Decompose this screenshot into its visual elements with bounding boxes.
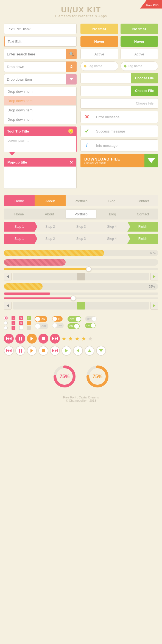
radio-item-3[interactable] xyxy=(4,326,8,330)
nav-item-blog-1[interactable]: Blog xyxy=(96,195,127,206)
nav-item-home-2[interactable]: Home xyxy=(4,209,34,220)
search-button[interactable]: 🔍 xyxy=(66,49,77,59)
direction-down-button[interactable] xyxy=(96,346,106,356)
plus-box[interactable]: + xyxy=(27,316,31,320)
checkbox-2[interactable]: ✓ xyxy=(12,321,15,325)
radio-item-1[interactable] xyxy=(4,316,8,320)
checkbox-item-2[interactable]: ✓ xyxy=(12,321,15,325)
slider-handle-1[interactable] xyxy=(86,266,91,272)
hover-button-green[interactable]: Hover xyxy=(121,36,158,47)
scroll-track-2[interactable] xyxy=(13,302,149,310)
file-choose-button-2[interactable]: Choose File xyxy=(131,86,158,96)
minus-item-1[interactable]: − xyxy=(27,321,31,325)
search-input[interactable] xyxy=(4,49,77,59)
toggle-green-on-row2[interactable]: ON xyxy=(68,323,81,329)
hover-button-orange[interactable]: Hover xyxy=(80,36,118,47)
x-checkbox-3[interactable] xyxy=(19,326,23,330)
stop-button-1[interactable] xyxy=(38,334,48,344)
radio-circle-2[interactable] xyxy=(4,321,8,325)
scroll-thumb-2[interactable] xyxy=(77,302,85,310)
checkbox-item-1[interactable]: ✓ xyxy=(12,316,15,320)
scroll-right-arrow-2[interactable] xyxy=(150,302,158,310)
step2-1[interactable]: Step 1 xyxy=(4,234,35,244)
step-4[interactable]: Step 4 xyxy=(96,222,127,232)
star-3[interactable]: ★ xyxy=(75,335,80,342)
play-button-2[interactable] xyxy=(27,346,37,356)
forward-button-1[interactable] xyxy=(50,334,60,344)
step-1-pink[interactable]: Step 1 xyxy=(4,222,35,232)
radio-item-2[interactable] xyxy=(4,321,8,325)
nav-item-home-1[interactable]: Home xyxy=(4,195,35,206)
play-button-1[interactable] xyxy=(27,334,37,344)
toggle-small-on[interactable]: ON xyxy=(52,316,64,322)
file-choose-button-1[interactable]: Choose File xyxy=(131,73,158,83)
star-1[interactable]: ★ xyxy=(62,335,66,342)
pause-button-2[interactable] xyxy=(15,346,25,356)
minus-item-2[interactable]: − xyxy=(27,326,31,330)
toggle-off-orange[interactable]: OFF xyxy=(35,323,48,329)
step2-4[interactable]: Step 4 xyxy=(96,234,127,244)
plus-item[interactable]: + xyxy=(27,316,31,320)
radio-circle-1[interactable] xyxy=(4,316,8,320)
normal-button-green[interactable]: Normal xyxy=(121,24,158,34)
scroll-left-arrow[interactable] xyxy=(4,273,12,280)
radio-circle-3[interactable] xyxy=(4,326,8,330)
step-finish[interactable]: Finish xyxy=(127,222,158,232)
direction-right-button[interactable] xyxy=(62,346,71,356)
x-checkbox-2[interactable]: ✕ xyxy=(19,321,23,325)
toggle-green-switch-on2[interactable]: ON xyxy=(68,323,80,329)
text-edit-blank-input[interactable] xyxy=(4,24,77,34)
checkbox-3[interactable]: ✓ xyxy=(12,326,15,330)
forward-button-2[interactable] xyxy=(50,346,60,356)
toggle-green-small-on[interactable]: OFF xyxy=(85,316,97,322)
nav-item-contact-2[interactable]: Contact xyxy=(128,209,158,220)
toggle-green-small-on-sw[interactable]: ON xyxy=(85,323,96,328)
dropdown-single-select[interactable]: Drop down item xyxy=(4,74,77,85)
step2-finish[interactable]: Finish xyxy=(127,234,158,244)
nav-item-portfolio-1[interactable]: Portfolio xyxy=(66,195,96,206)
file-choose-button-3[interactable]: Choose File xyxy=(132,98,158,109)
stop-button-2[interactable] xyxy=(38,346,48,356)
toggle-on-orange[interactable]: ON xyxy=(35,316,48,322)
nav-item-contact-1[interactable]: Contact xyxy=(127,195,158,206)
x-box-3[interactable] xyxy=(19,326,23,330)
slider-handle-2[interactable] xyxy=(71,296,76,301)
rewind-button-2[interactable] xyxy=(4,346,14,356)
dropdown-double-select[interactable]: Drop down xyxy=(4,61,77,72)
toggle-switch-off-orange[interactable]: OFF xyxy=(35,323,48,329)
toggle-small-switch-on[interactable]: ON xyxy=(52,316,63,322)
toggle-small-switch-off[interactable]: OFF xyxy=(52,323,64,328)
star-2[interactable]: ★ xyxy=(68,335,73,342)
x-checkbox-1[interactable]: ✕ xyxy=(19,316,23,320)
direction-left-button[interactable] xyxy=(73,346,83,356)
scroll-track-1[interactable] xyxy=(13,273,149,280)
toggle-green-on-row[interactable]: OFF xyxy=(68,316,81,322)
star-5[interactable]: ★ xyxy=(88,335,93,342)
popup-close-button[interactable]: ✕ xyxy=(70,161,73,164)
scroll-right-arrow[interactable] xyxy=(150,273,158,280)
checkbox-item-3[interactable]: ✓ xyxy=(12,326,15,330)
list-item[interactable]: Drop down item xyxy=(4,96,76,106)
checkbox-1[interactable]: ✓ xyxy=(12,316,15,320)
pause-button-1[interactable] xyxy=(15,334,25,344)
list-item[interactable]: Drop down item xyxy=(4,87,76,96)
minus-box-2[interactable]: − xyxy=(27,326,31,330)
toggle-small-off[interactable]: OFF xyxy=(52,323,64,328)
step-3[interactable]: Step 3 xyxy=(66,222,96,232)
list-item[interactable]: Drop down item xyxy=(4,106,76,115)
step2-3[interactable]: Step 3 xyxy=(66,234,96,244)
minus-box-1[interactable]: − xyxy=(27,321,31,325)
toggle-switch-on-orange[interactable]: ON xyxy=(35,316,47,322)
nav-item-portfolio-2[interactable]: Portfolio xyxy=(66,210,96,218)
x-box-1[interactable]: ✕ xyxy=(19,316,23,320)
rewind-button-1[interactable] xyxy=(4,334,14,344)
text-edit-input[interactable] xyxy=(4,36,77,47)
scroll-left-arrow-2[interactable] xyxy=(4,302,12,310)
x-box-2[interactable]: ✕ xyxy=(19,321,23,325)
nav-item-about-2[interactable]: About xyxy=(34,209,65,220)
scroll-thumb-1[interactable] xyxy=(77,273,85,280)
list-item[interactable]: Drop down item xyxy=(4,115,76,124)
active-button-2[interactable]: Active xyxy=(121,49,158,59)
nav-item-about-1[interactable]: About xyxy=(35,195,65,206)
nav-item-blog-2[interactable]: Blog xyxy=(97,209,128,220)
